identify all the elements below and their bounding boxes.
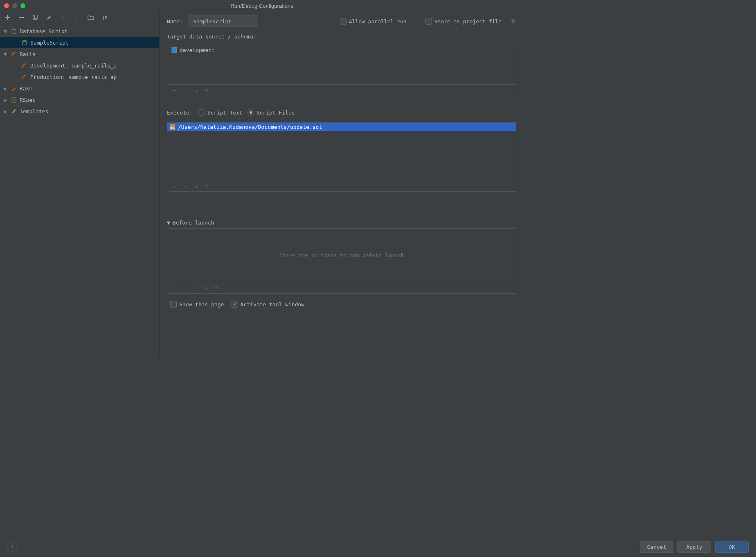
tree-label: Database Script bbox=[20, 28, 68, 34]
name-input[interactable] bbox=[189, 16, 258, 27]
add-icon[interactable]: ＋ bbox=[171, 182, 177, 190]
rails-icon bbox=[10, 51, 18, 57]
name-label: Name: bbox=[167, 18, 183, 25]
script-file-item[interactable]: SQL /Users/Nataliia.Kudanova/Documents/u… bbox=[167, 123, 516, 131]
rspec-icon bbox=[10, 97, 18, 103]
store-project-checkbox[interactable]: Store as project file bbox=[425, 18, 502, 25]
script-files-toolbar: ＋ － ▲ ▼ bbox=[167, 180, 516, 191]
window-controls bbox=[4, 3, 25, 8]
window-title: Run/Debug Configurations bbox=[230, 3, 293, 9]
svg-point-3 bbox=[22, 40, 27, 42]
tree-item-templates[interactable]: ▶ Templates bbox=[0, 106, 159, 117]
allow-parallel-checkbox[interactable]: Allow parallel run bbox=[340, 18, 407, 25]
tree-item-rails-prod[interactable]: Production: sample_rails_ap bbox=[0, 71, 159, 83]
svg-rect-7 bbox=[172, 47, 177, 53]
sidebar-toolbar bbox=[0, 11, 159, 24]
database-icon bbox=[20, 39, 29, 46]
config-tree: ▼ Database Script SampleScript ▼ Rails D… bbox=[0, 25, 159, 117]
tree-label: Development: sample_rails_a bbox=[30, 63, 117, 69]
script-file-path: /Users/Nataliia.Kudanova/Documents/updat… bbox=[178, 124, 322, 130]
before-launch-list[interactable]: There are no tasks to run before launch bbox=[167, 229, 516, 282]
before-launch-empty: There are no tasks to run before launch bbox=[279, 252, 404, 258]
tree-label: Rake bbox=[20, 85, 32, 92]
up-icon[interactable]: ▲ bbox=[195, 87, 198, 93]
checkbox-icon bbox=[232, 301, 238, 308]
remove-icon[interactable]: － bbox=[183, 87, 189, 94]
titlebar: Run/Debug Configurations bbox=[0, 0, 524, 11]
rails-icon bbox=[20, 62, 29, 69]
radio-label: Script Text bbox=[207, 110, 243, 116]
show-page-checkbox[interactable]: Show this page bbox=[170, 301, 224, 308]
tree-label: Rails bbox=[20, 51, 36, 57]
radio-icon bbox=[198, 109, 205, 116]
sidebar: ▼ Database Script SampleScript ▼ Rails D… bbox=[0, 11, 160, 359]
remove-icon[interactable]: － bbox=[183, 284, 189, 292]
rake-icon bbox=[10, 85, 18, 92]
activate-window-checkbox[interactable]: Activate tool window bbox=[232, 301, 305, 308]
tree-item-rails-dev[interactable]: Development: sample_rails_a bbox=[0, 60, 159, 71]
before-launch-panel: There are no tasks to run before launch … bbox=[167, 228, 516, 294]
tree-item-samplescript[interactable]: SampleScript bbox=[0, 37, 159, 48]
up-icon[interactable]: ▲ bbox=[195, 183, 198, 189]
svg-point-6 bbox=[512, 20, 514, 22]
database-icon bbox=[10, 28, 18, 34]
chevron-right-icon: ▶ bbox=[2, 97, 8, 103]
up-icon[interactable] bbox=[60, 14, 66, 21]
radio-script-files[interactable]: Script Files bbox=[248, 109, 295, 116]
checkbox-icon bbox=[170, 301, 177, 308]
svg-text:SQL: SQL bbox=[170, 127, 175, 129]
close-window-button[interactable] bbox=[4, 3, 9, 8]
wrench-icon bbox=[10, 108, 18, 114]
tree-label: SampleScript bbox=[30, 40, 69, 46]
add-icon[interactable] bbox=[4, 14, 11, 21]
wrench-icon[interactable] bbox=[46, 14, 52, 21]
target-label: Target data source / schema: bbox=[167, 34, 516, 40]
add-icon[interactable]: ＋ bbox=[171, 87, 177, 94]
tree-item-rails[interactable]: ▼ Rails bbox=[0, 48, 159, 60]
tree-label: Production: sample_rails_ap bbox=[30, 74, 117, 80]
datasource-name: development bbox=[180, 47, 215, 53]
folder-icon[interactable] bbox=[88, 14, 94, 21]
tree-label: RSpec bbox=[20, 97, 36, 103]
chevron-down-icon: ▼ bbox=[2, 28, 8, 34]
datasource-panel: development ＋ － ▲ ▼ bbox=[167, 43, 516, 96]
main-panel: Name: Allow parallel run Store as projec… bbox=[160, 11, 524, 359]
checkbox-icon bbox=[425, 18, 432, 25]
rails-icon bbox=[20, 74, 29, 80]
checkbox-label: Store as project file bbox=[434, 18, 502, 25]
radio-script-text[interactable]: Script Text bbox=[198, 109, 243, 116]
svg-point-2 bbox=[12, 29, 16, 30]
checkbox-label: Show this page bbox=[179, 301, 224, 308]
execute-label: Execute: bbox=[167, 110, 193, 116]
add-icon[interactable]: ＋ bbox=[171, 284, 177, 292]
remove-icon[interactable]: － bbox=[183, 182, 189, 190]
chevron-right-icon: ▶ bbox=[2, 85, 8, 92]
datasource-list[interactable]: development bbox=[167, 43, 516, 84]
checkbox-label: Allow parallel run bbox=[349, 18, 407, 25]
sql-file-icon: SQL bbox=[169, 124, 176, 130]
script-files-list[interactable]: SQL /Users/Nataliia.Kudanova/Documents/u… bbox=[167, 123, 516, 180]
tree-item-database-script[interactable]: ▼ Database Script bbox=[0, 25, 159, 37]
datasource-item[interactable]: development bbox=[170, 46, 513, 54]
chevron-down-icon: ▼ bbox=[167, 220, 170, 226]
edit-icon[interactable]: ✎ bbox=[195, 285, 198, 291]
zoom-window-button[interactable] bbox=[20, 3, 25, 8]
sort-icon[interactable] bbox=[101, 14, 108, 21]
remove-icon[interactable] bbox=[18, 14, 25, 21]
radio-icon bbox=[248, 109, 254, 116]
up-icon[interactable]: ▲ bbox=[205, 285, 208, 291]
before-launch-header[interactable]: ▼ Before launch bbox=[167, 220, 516, 226]
gear-icon[interactable] bbox=[510, 18, 516, 25]
svg-rect-1 bbox=[34, 15, 38, 19]
script-files-panel: SQL /Users/Nataliia.Kudanova/Documents/u… bbox=[167, 122, 516, 192]
down-icon[interactable]: ▼ bbox=[215, 285, 218, 291]
copy-icon[interactable] bbox=[32, 14, 38, 21]
down-icon[interactable]: ▼ bbox=[205, 183, 208, 189]
checkbox-label: Activate tool window bbox=[241, 301, 305, 308]
down-icon[interactable] bbox=[74, 14, 80, 21]
tree-item-rake[interactable]: ▶ Rake bbox=[0, 83, 159, 94]
tree-item-rspec[interactable]: ▶ RSpec bbox=[0, 94, 159, 106]
minimize-window-button[interactable] bbox=[12, 3, 17, 8]
svg-point-5 bbox=[13, 99, 15, 101]
down-icon[interactable]: ▼ bbox=[205, 87, 208, 93]
